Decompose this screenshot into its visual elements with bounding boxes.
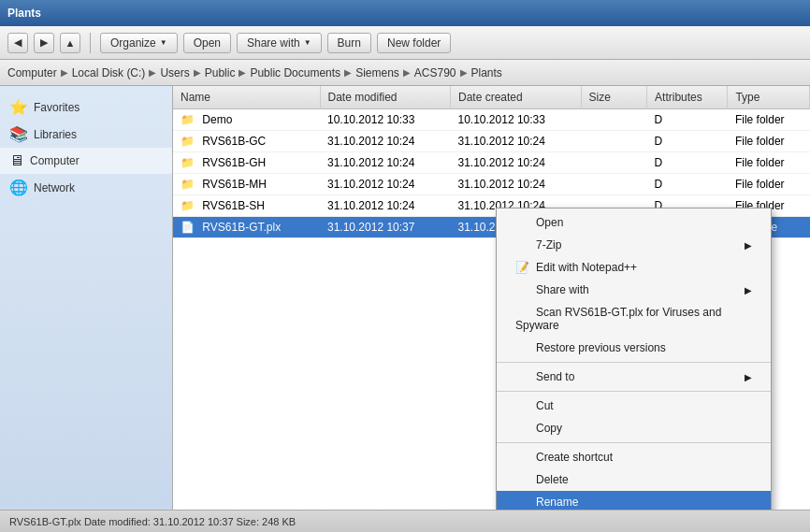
ctx-item-share_with[interactable]: Share with▶ — [497, 279, 771, 301]
col-type[interactable]: Type — [728, 86, 810, 109]
toolbar-separator — [90, 33, 91, 53]
ctx-item-rename[interactable]: Rename — [497, 491, 771, 510]
file-name-cell: 📁 Demo — [173, 109, 320, 131]
up-button[interactable]: ▲ — [60, 33, 80, 53]
sidebar-item-network[interactable]: 🌐 Network — [0, 174, 172, 201]
col-attributes[interactable]: Attributes — [647, 86, 728, 109]
open-button[interactable]: Open — [183, 33, 231, 53]
file-name: RVS61B-SH — [202, 199, 264, 212]
ctx-label-cut: Cut — [515, 399, 554, 412]
status-bar: RVS61B-GT.plx Date modified: 31.10.2012 … — [0, 510, 810, 532]
file-area: Name Date modified Date created Size Att… — [173, 86, 810, 510]
sidebar-label-network: Network — [34, 181, 75, 194]
star-icon: ⭐ — [9, 98, 28, 116]
file-name: RVS61B-GH — [202, 156, 266, 169]
file-date-modified: 10.10.2012 10:33 — [320, 109, 451, 131]
file-name-cell: 📁 RVS61B-GC — [173, 131, 320, 152]
title-bar: Plants — [0, 0, 810, 26]
toolbar: ◀ ▶ ▲ Organize ▼ Open Share with ▼ Burn … — [0, 26, 810, 60]
file-date-modified: 31.10.2012 10:24 — [320, 131, 451, 152]
file-size — [581, 174, 647, 195]
file-type: File folder — [728, 109, 810, 131]
table-row[interactable]: 📁 Demo 10.10.2012 10:33 10.10.2012 10:33… — [173, 109, 810, 131]
sidebar-item-computer[interactable]: 🖥 Computer — [0, 148, 172, 174]
title-bar-text: Plants — [7, 7, 41, 20]
file-date-modified: 31.10.2012 10:24 — [320, 152, 451, 174]
ctx-item-scan[interactable]: Scan RVS61B-GT.plx for Viruses and Spywa… — [497, 301, 771, 337]
file-attributes: D — [647, 152, 728, 174]
file-size — [581, 109, 647, 131]
table-header-row: Name Date modified Date created Size Att… — [173, 86, 810, 109]
folder-icon: 📁 — [181, 113, 195, 126]
file-attributes: D — [647, 174, 728, 195]
file-date-modified: 31.10.2012 10:24 — [320, 174, 451, 195]
col-size[interactable]: Size — [581, 86, 647, 109]
ctx-arrow-share_with: ▶ — [745, 285, 752, 295]
breadcrumb-plants[interactable]: Plants — [471, 66, 502, 79]
file-name-cell: 📄 RVS61B-GT.plx — [173, 217, 320, 238]
folder-icon: 📁 — [181, 199, 195, 212]
ctx-item-restore[interactable]: Restore previous versions — [497, 337, 771, 359]
ctx-item-send_to[interactable]: Send to▶ — [497, 366, 771, 388]
libraries-icon: 📚 — [9, 125, 28, 143]
sidebar-item-libraries[interactable]: 📚 Libraries — [0, 121, 172, 148]
ctx-arrow-7zip: ▶ — [745, 240, 752, 251]
breadcrumb-public[interactable]: Public — [205, 66, 236, 79]
file-date-created: 31.10.2012 10:24 — [451, 131, 582, 152]
breadcrumb-acs790[interactable]: ACS790 — [414, 66, 456, 79]
sidebar-item-favorites[interactable]: ⭐ Favorites — [0, 93, 172, 121]
ctx-label-send_to: Send to — [515, 370, 574, 383]
file-size — [581, 131, 647, 152]
breadcrumb-siemens[interactable]: Siemens — [355, 66, 399, 79]
new-folder-button[interactable]: New folder — [377, 33, 451, 53]
folder-icon: 📁 — [181, 156, 195, 169]
col-date-modified[interactable]: Date modified — [320, 86, 451, 109]
ctx-label-7zip: 7-Zip — [515, 238, 561, 252]
file-name: RVS61B-GC — [202, 135, 266, 148]
share-with-button[interactable]: Share with ▼ — [237, 33, 322, 53]
ctx-item-edit_notepad[interactable]: 📝Edit with Notepad++ — [497, 256, 771, 279]
ctx-item-7zip[interactable]: 7-Zip▶ — [497, 234, 771, 256]
ctx-item-open[interactable]: Open — [497, 211, 771, 234]
ctx-arrow-send_to: ▶ — [745, 372, 752, 382]
sidebar-label-computer: Computer — [30, 154, 80, 167]
breadcrumb-computer[interactable]: Computer — [7, 66, 57, 79]
ctx-item-delete[interactable]: Delete — [497, 468, 771, 491]
status-text: RVS61B-GT.plx Date modified: 31.10.2012 … — [9, 516, 296, 527]
table-row[interactable]: 📁 RVS61B-MH 31.10.2012 10:24 31.10.2012 … — [173, 174, 810, 195]
ctx-item-cut[interactable]: Cut — [497, 395, 771, 417]
file-icon: 📄 — [181, 221, 195, 234]
file-date-modified: 31.10.2012 10:24 — [320, 195, 451, 217]
organize-button[interactable]: Organize ▼ — [100, 33, 178, 53]
breadcrumb-users[interactable]: Users — [160, 66, 189, 79]
table-row[interactable]: 📁 RVS61B-GC 31.10.2012 10:24 31.10.2012 … — [173, 131, 810, 152]
folder-icon: 📁 — [181, 178, 195, 191]
breadcrumb-localdisk[interactable]: Local Disk (C:) — [72, 66, 146, 79]
file-date-created: 10.10.2012 10:33 — [451, 109, 582, 131]
file-date-created: 31.10.2012 10:24 — [451, 174, 582, 195]
file-name-cell: 📁 RVS61B-GH — [173, 152, 320, 174]
file-date-modified: 31.10.2012 10:37 — [320, 217, 451, 238]
table-row[interactable]: 📁 RVS61B-GH 31.10.2012 10:24 31.10.2012 … — [173, 152, 810, 174]
ctx-label-edit_notepad: 📝Edit with Notepad++ — [515, 261, 637, 274]
back-button[interactable]: ◀ — [7, 33, 28, 53]
ctx-label-scan: Scan RVS61B-GT.plx for Viruses and Spywa… — [515, 306, 752, 332]
ctx-label-open: Open — [515, 216, 563, 229]
sidebar: ⭐ Favorites 📚 Libraries 🖥 Computer 🌐 Net… — [0, 86, 173, 510]
col-date-created[interactable]: Date created — [451, 86, 582, 109]
breadcrumb-public-documents[interactable]: Public Documents — [250, 66, 340, 79]
file-name: RVS61B-GT.plx — [202, 221, 281, 234]
file-attributes: D — [647, 109, 728, 131]
ctx-label-rename: Rename — [515, 496, 578, 509]
forward-button[interactable]: ▶ — [34, 33, 54, 53]
burn-button[interactable]: Burn — [327, 33, 371, 53]
computer-icon: 🖥 — [9, 152, 24, 169]
ctx-label-copy: Copy — [515, 422, 562, 435]
col-name[interactable]: Name — [173, 86, 320, 109]
file-type: File folder — [728, 152, 810, 174]
ctx-separator — [497, 362, 771, 363]
ctx-item-create_shortcut[interactable]: Create shortcut — [497, 446, 771, 468]
ctx-item-copy[interactable]: Copy — [497, 417, 771, 439]
file-type: File folder — [728, 174, 810, 195]
file-name: RVS61B-MH — [202, 178, 266, 191]
